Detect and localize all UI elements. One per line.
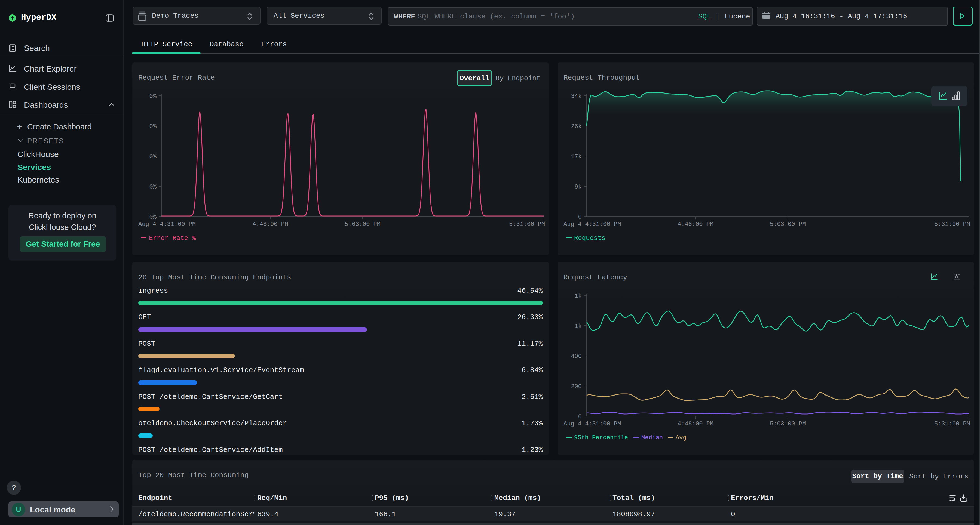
- svg-text:5:31:00 PM: 5:31:00 PM: [934, 221, 970, 228]
- svg-text:Aug 4 4:31:00 PM: Aug 4 4:31:00 PM: [138, 221, 196, 228]
- svg-text:5:31:00 PM: 5:31:00 PM: [934, 420, 970, 427]
- svg-text:5:03:00 PM: 5:03:00 PM: [770, 221, 806, 228]
- svg-text:1k: 1k: [575, 293, 582, 300]
- svg-text:200: 200: [571, 383, 582, 390]
- svg-text:5:03:00 PM: 5:03:00 PM: [345, 221, 380, 228]
- svg-text:0%: 0%: [150, 123, 157, 130]
- svg-text:34k: 34k: [571, 93, 582, 100]
- svg-text:Avg: Avg: [676, 435, 687, 441]
- svg-text:0%: 0%: [150, 154, 157, 160]
- svg-text:400: 400: [571, 353, 582, 360]
- svg-text:Requests: Requests: [574, 235, 605, 242]
- svg-text:1k: 1k: [575, 323, 582, 330]
- svg-text:4:48:00 PM: 4:48:00 PM: [678, 420, 713, 427]
- svg-text:Aug 4 4:31:00 PM: Aug 4 4:31:00 PM: [563, 420, 621, 427]
- svg-text:26k: 26k: [571, 123, 582, 130]
- svg-text:95th Percentile: 95th Percentile: [574, 435, 628, 441]
- svg-text:0: 0: [578, 414, 582, 420]
- svg-text:0%: 0%: [150, 214, 157, 220]
- svg-text:Median: Median: [641, 435, 663, 441]
- svg-text:0: 0: [578, 214, 582, 220]
- svg-text:9k: 9k: [575, 184, 582, 190]
- svg-text:17k: 17k: [571, 154, 582, 160]
- svg-text:Aug 4 4:31:00 PM: Aug 4 4:31:00 PM: [563, 221, 621, 228]
- svg-text:4:48:00 PM: 4:48:00 PM: [678, 221, 713, 228]
- svg-text:5:31:00 PM: 5:31:00 PM: [509, 221, 545, 228]
- svg-text:5:03:00 PM: 5:03:00 PM: [770, 420, 806, 427]
- svg-text:Error Rate %: Error Rate %: [149, 235, 196, 242]
- svg-text:4:48:00 PM: 4:48:00 PM: [252, 221, 288, 228]
- svg-text:0%: 0%: [150, 184, 157, 190]
- svg-text:0%: 0%: [150, 93, 157, 100]
